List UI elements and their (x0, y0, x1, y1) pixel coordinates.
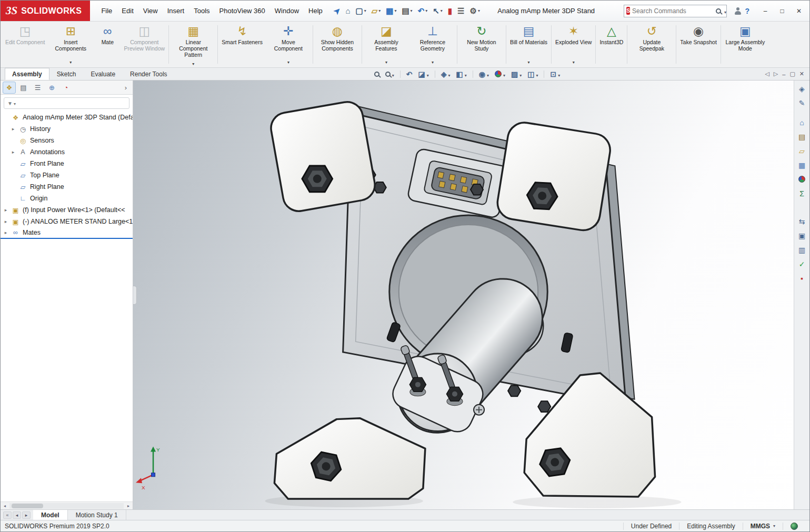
search-input[interactable] (632, 7, 714, 15)
design-library-icon[interactable]: ▤ (796, 132, 808, 142)
restore-doc-icon[interactable]: ▢ (789, 71, 795, 77)
scroll-right-icon[interactable] (124, 504, 133, 508)
new-document-icon[interactable]: ▢ (353, 5, 368, 16)
zoom-to-fit-icon[interactable] (374, 72, 379, 77)
status-tag[interactable] (783, 523, 805, 530)
previous-tab-icon[interactable]: ◂ (13, 511, 21, 519)
search-dropdown-icon[interactable] (723, 6, 726, 16)
view-palette-icon[interactable]: ▦ (796, 160, 808, 170)
clipboard-icon[interactable]: ▥ (796, 245, 808, 255)
custom-properties-icon[interactable]: Σ (796, 188, 808, 198)
tree-filter-box[interactable]: ▼ (4, 97, 129, 109)
display-manager-tab-icon[interactable]: ◔ (59, 82, 73, 94)
expand-arrow-icon[interactable] (3, 219, 8, 224)
ribbon-mate[interactable]: ∞ Mate (94, 23, 121, 66)
tree-item-annotations[interactable]: A Annotations (1, 146, 133, 158)
pin-icon[interactable]: ➤ (332, 5, 343, 16)
menu-file[interactable]: File (96, 4, 117, 17)
tree-item-history[interactable]: ◷ History (1, 123, 133, 135)
ribbon-move-component[interactable]: ✛ Move Component (265, 23, 312, 66)
select-icon[interactable]: ↖ (431, 5, 445, 16)
ribbon-insert-components[interactable]: ⊞ Insert Components (47, 23, 94, 66)
next-window-icon[interactable]: ▷ (774, 71, 778, 77)
file-explorer-icon[interactable]: ▱ (796, 146, 808, 156)
camera-icon[interactable]: ⊡ (550, 71, 560, 78)
tree-item-right-plane[interactable]: ▱ Right Plane (1, 181, 133, 193)
close-icon[interactable]: ✕ (792, 5, 806, 17)
menu-view[interactable]: View (138, 4, 163, 17)
tree-item-sensors[interactable]: ◎ Sensors (1, 135, 133, 146)
edit-appearance-icon[interactable] (495, 71, 505, 78)
panel-horizontal-scrollbar[interactable] (1, 501, 133, 509)
appearances-icon[interactable] (796, 174, 808, 184)
ribbon-update-speedpak[interactable]: ↺ Update Speedpak (628, 23, 675, 66)
section-view-icon[interactable]: ◪ (418, 71, 428, 78)
expand-arrow-icon[interactable] (3, 230, 8, 235)
dropdown-caret-icon[interactable] (573, 56, 575, 66)
menu-insert[interactable]: Insert (163, 4, 189, 17)
pack-and-go-icon[interactable]: ▣ (796, 230, 808, 240)
ribbon-new-motion-study[interactable]: ↻ New Motion Study (458, 23, 505, 66)
dropdown-caret-icon[interactable] (69, 56, 72, 66)
search-commands-box[interactable]: S (624, 5, 727, 17)
next-tab-icon[interactable]: ▸ (22, 511, 31, 519)
select-check-icon[interactable]: ✓ (796, 259, 808, 269)
tree-item-assembly-root[interactable]: ❖ Analog mAmp Meter 3DP Stand (Defaul (1, 112, 133, 123)
save-icon[interactable]: ▦ (384, 5, 398, 16)
menu-help[interactable]: Help (304, 4, 327, 17)
ribbon-instant3d[interactable]: △ Instant3D (597, 23, 626, 66)
menu-window[interactable]: Window (270, 4, 304, 17)
expand-arrow-icon[interactable] (3, 207, 8, 213)
previous-view-icon[interactable]: ↶ (406, 71, 413, 78)
user-account-icon[interactable] (734, 7, 742, 15)
panel-splitter-handle[interactable] (133, 286, 137, 305)
view-settings-icon[interactable]: ◫ (527, 71, 538, 78)
dimxpert-manager-tab-icon[interactable]: ⊕ (45, 82, 58, 94)
ribbon-component-preview-window[interactable]: ◫ Component Preview Window (121, 23, 167, 66)
graphics-viewport[interactable]: Y X (133, 81, 794, 509)
maximize-icon[interactable]: □ (775, 5, 789, 17)
properties-icon[interactable]: ☰ (455, 5, 466, 16)
ribbon-reference-geometry[interactable]: ⊥ Reference Geometry (409, 23, 456, 66)
menu-edit[interactable]: Edit (117, 4, 138, 17)
orientation-sphere-icon[interactable]: ◈ (796, 84, 808, 94)
scroll-left-icon[interactable] (1, 504, 9, 508)
print-icon[interactable]: ▤ (399, 5, 414, 16)
tab-motion-study-1[interactable]: Motion Study 1 (68, 510, 126, 520)
dropdown-caret-icon[interactable] (432, 56, 434, 66)
search-icon[interactable] (716, 8, 721, 14)
open-icon[interactable]: ▱ (369, 5, 383, 16)
minimize-icon[interactable]: – (758, 5, 773, 17)
display-style-icon[interactable]: ◧ (456, 71, 466, 78)
sketch-pencil-icon[interactable]: ✎ (796, 98, 808, 108)
ribbon-bill-of-materials[interactable]: ▤ Bill of Materials (507, 23, 550, 66)
tab-model[interactable]: Model (33, 510, 68, 520)
tree-item-analog-meter-stand[interactable]: ▣ (-) ANALOG METER STAND Large<1 (1, 216, 133, 227)
dropdown-caret-icon[interactable] (528, 56, 530, 66)
expand-arrow-icon[interactable] (11, 126, 16, 132)
corner-foot-top-right-part[interactable] (495, 121, 613, 233)
ribbon-smart-fasteners[interactable]: ↯ Smart Fasteners (219, 23, 265, 66)
menu-photoview360[interactable]: PhotoView 360 (215, 4, 270, 17)
resource-monitor-icon[interactable]: ▮ (446, 5, 454, 16)
hide-show-items-icon[interactable]: ◉ (479, 71, 489, 78)
resources-home-icon[interactable]: ⌂ (796, 117, 808, 127)
configuration-manager-tab-icon[interactable]: ☰ (31, 82, 44, 94)
tab-assembly[interactable]: Assembly (5, 68, 49, 80)
apply-scene-icon[interactable]: ▨ (511, 71, 522, 78)
home-icon[interactable]: ⌂ (343, 5, 352, 16)
minimize-doc-icon[interactable]: – (782, 71, 785, 77)
ribbon-edit-component[interactable]: ◳ Edit Component (3, 23, 47, 66)
close-doc-icon[interactable]: ✕ (799, 71, 804, 77)
corner-foot-bottom-left-part[interactable] (274, 418, 425, 499)
feature-manager-tab-icon[interactable]: ❖ (3, 82, 16, 94)
help-icon[interactable]: ? (742, 7, 753, 15)
scrollbar-thumb[interactable] (12, 504, 43, 508)
ribbon-large-assembly-mode[interactable]: ▣ Large Assembly Mode (722, 23, 768, 66)
tree-item-front-plane[interactable]: ▱ Front Plane (1, 158, 133, 169)
tab-sketch[interactable]: Sketch (49, 68, 84, 80)
dropdown-caret-icon[interactable] (192, 58, 194, 67)
tree-item-top-plane[interactable]: ▱ Top Plane (1, 169, 133, 181)
corner-foot-top-left-part[interactable] (268, 99, 377, 214)
ribbon-assembly-features[interactable]: ◪ Assembly Features (363, 23, 409, 66)
